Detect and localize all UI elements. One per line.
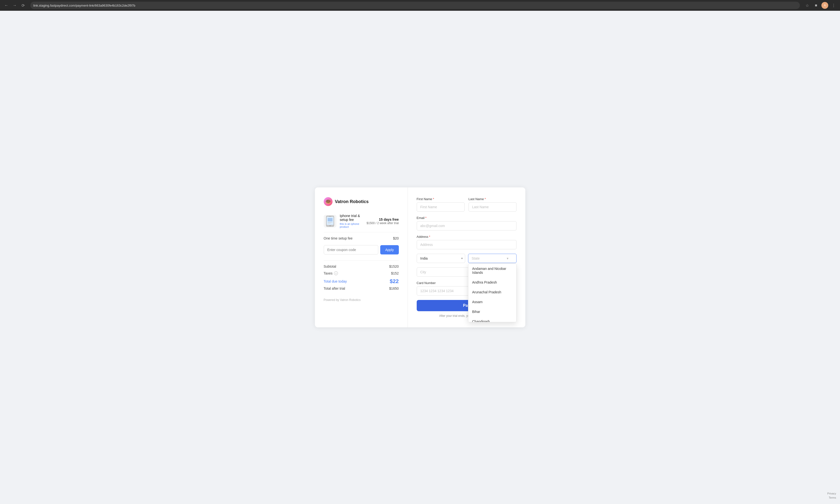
reload-button[interactable]: ⟳ (20, 2, 26, 9)
state-chevron-icon: ▾ (507, 256, 508, 260)
product-image (324, 215, 336, 228)
privacy-link[interactable]: Privacy (827, 492, 836, 495)
brand-header: 🍩 Vatron Robotics (324, 197, 399, 206)
browser-chrome: ← → ⟳ link.staging.fastpaydirect.com/pay… (0, 0, 840, 11)
setup-fee-amount: $20 (393, 236, 398, 240)
address-label: Address * (417, 235, 517, 238)
address-bar[interactable]: link.staging.fastpaydirect.com/payment-l… (30, 2, 800, 9)
price-after-trial: $1500 / 2 week after trial (367, 221, 398, 225)
state-option-arunachal[interactable]: Arunachal Pradesh (468, 287, 516, 297)
total-after-amount: $1650 (389, 287, 399, 290)
forward-button[interactable]: → (11, 2, 18, 9)
country-select-wrapper: India United States United Kingdom ▾ (417, 254, 465, 263)
powered-by: Powered by Vatron Robotics (324, 298, 399, 302)
right-panel: First Name * Last Name * Email * (408, 187, 525, 327)
taxes-row: Taxes i $152 (324, 271, 399, 275)
product-info: Iphone trial & setup fee this is an ipho… (340, 214, 363, 228)
svg-rect-3 (329, 216, 331, 217)
state-option-andaman[interactable]: Andaman and Nicobar Islands (468, 264, 516, 277)
extensions-icon[interactable]: ■ (812, 2, 819, 9)
last-name-input[interactable] (468, 202, 517, 212)
total-today-label: Total due today (324, 280, 347, 283)
subtotal-label: Subtotal (324, 265, 336, 268)
state-dropdown-container: State ▾ Andaman and Nicobar Islands Andh… (468, 254, 517, 263)
country-state-row: India United States United Kingdom ▾ Sta… (417, 254, 517, 263)
left-panel: 🍩 Vatron Robotics (315, 187, 408, 327)
bookmark-icon[interactable]: ☆ (804, 2, 811, 9)
email-label: Email * (417, 216, 517, 220)
last-name-group: Last Name * (468, 197, 517, 212)
taxes-info-icon[interactable]: i (334, 271, 338, 275)
profile-avatar[interactable]: A (821, 2, 828, 9)
taxes-amount: $152 (391, 271, 398, 275)
name-row: First Name * Last Name * (417, 197, 517, 212)
address-input[interactable] (417, 240, 517, 249)
coupon-input[interactable] (324, 245, 378, 254)
product-name: Iphone trial & setup fee (340, 214, 363, 222)
menu-icon[interactable]: ⋮ (830, 2, 837, 9)
setup-fee-row: One time setup fee $20 (324, 236, 399, 240)
payment-container: 🍩 Vatron Robotics (315, 187, 525, 327)
browser-actions: ☆ ■ A ⋮ (804, 2, 837, 9)
page-content: 🍩 Vatron Robotics (0, 11, 840, 504)
setup-fee-label: One time setup fee (324, 236, 353, 240)
back-button[interactable]: ← (3, 2, 10, 9)
taxes-label: Taxes i (324, 271, 338, 275)
state-dropdown-list: Andaman and Nicobar Islands Andhra Prade… (468, 264, 517, 322)
last-name-required: * (484, 197, 486, 201)
first-name-required: * (433, 197, 434, 201)
address-group: Address * (417, 235, 517, 249)
product-price: 15 days free $1500 / 2 week after trial (367, 217, 398, 225)
svg-point-2 (329, 225, 330, 226)
state-option-chandigarh[interactable]: Chandigarh (468, 317, 516, 322)
last-name-label: Last Name * (468, 197, 517, 201)
total-today-row: Total due today $22 (324, 278, 399, 285)
email-input[interactable] (417, 221, 517, 231)
terms-link[interactable]: Terms (829, 496, 836, 499)
trial-label: 15 days free (367, 217, 398, 221)
state-option-assam[interactable]: Assam (468, 297, 516, 307)
coupon-row: Apply (324, 245, 399, 254)
state-option-andhra[interactable]: Andhra Pradesh (468, 277, 516, 287)
privacy-terms: Privacy Terms (827, 491, 836, 500)
subtotal-row: Subtotal $1520 (324, 265, 399, 268)
email-required: * (425, 216, 427, 220)
total-after-label: Total after trial (324, 287, 345, 290)
country-select[interactable]: India United States United Kingdom (417, 254, 465, 263)
first-name-input[interactable] (417, 202, 465, 212)
apply-button[interactable]: Apply (380, 245, 398, 254)
state-option-bihar[interactable]: Bihar (468, 307, 516, 317)
product-tag: this is an iphone product (340, 222, 363, 228)
first-name-group: First Name * (417, 197, 465, 212)
total-after-row: Total after trial $1650 (324, 287, 399, 290)
state-placeholder: State (472, 256, 480, 260)
svg-rect-4 (328, 218, 333, 221)
url-text: link.staging.fastpaydirect.com/payment-l… (33, 4, 135, 7)
brand-name: Vatron Robotics (335, 199, 369, 204)
total-today-amount: $22 (390, 278, 399, 285)
state-select-display[interactable]: State ▾ (468, 254, 517, 263)
browser-nav: ← → ⟳ (3, 2, 26, 9)
email-group: Email * (417, 216, 517, 231)
brand-logo-icon: 🍩 (324, 197, 333, 206)
subtotal-amount: $1520 (389, 265, 399, 268)
summary-rows: Subtotal $1520 Taxes i $152 Total due to… (324, 260, 399, 290)
product-row: Iphone trial & setup fee this is an ipho… (324, 214, 399, 232)
address-required: * (429, 235, 430, 238)
first-name-label: First Name * (417, 197, 465, 201)
